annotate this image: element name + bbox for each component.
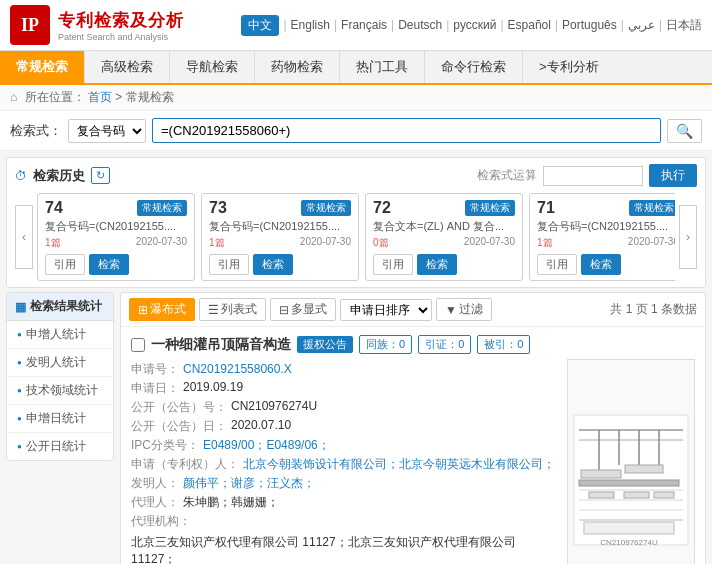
view-multi-btn[interactable]: ⊟ 多显式	[270, 298, 336, 321]
lang-ru[interactable]: русский	[453, 18, 496, 32]
sort-select[interactable]: 申请日排序 公开日排序	[340, 299, 432, 321]
applicant-row: 申请（专利权）人： 北京今朝装饰设计有限公司；北京今朝英远木业有限公司；	[131, 456, 559, 473]
applicant-value[interactable]: 北京今朝装饰设计有限公司；北京今朝英远木业有限公司；	[243, 456, 555, 473]
execute-btn[interactable]: 执行	[649, 164, 697, 187]
ipc-label: IPC分类号：	[131, 437, 199, 454]
logo: IP 专利检索及分析 Patent Search and Analysis	[10, 5, 184, 45]
results-panel: ⊞ 瀑布式 ☰ 列表式 ⊟ 多显式 申请日排序 公开日排序 ▼ 过滤 共 1 页…	[120, 292, 706, 564]
card-74-num: 74	[45, 199, 63, 217]
tab-hot-tools[interactable]: 热门工具	[340, 51, 425, 83]
lang-ja[interactable]: 日本語	[666, 17, 702, 34]
card-72-count: 0篇	[373, 236, 389, 250]
filter-icon: ▼	[445, 303, 457, 317]
card-73-search-btn[interactable]: 检索	[253, 254, 293, 275]
sidebar-item-pubdate[interactable]: ●公开日统计	[7, 433, 113, 460]
card-72-tag[interactable]: 常规检索	[465, 200, 515, 216]
sidebar-item-appdate[interactable]: ●申增日统计	[7, 405, 113, 433]
badge-cite[interactable]: 引证：0	[418, 335, 471, 354]
card-71-tag[interactable]: 常规检索	[629, 200, 675, 216]
applicant-label: 申请（专利权）人：	[131, 456, 239, 473]
lang-pt[interactable]: Português	[562, 18, 617, 32]
tab-regular-search[interactable]: 常规检索	[0, 51, 85, 83]
tab-nav-search[interactable]: 导航检索	[170, 51, 255, 83]
history-card-74: 74 常规检索 复合号码=(CN20192155.... 1篇 2020-07-…	[37, 193, 195, 281]
lang-zh[interactable]: 中文	[241, 15, 279, 36]
card-73-count: 1篇	[209, 236, 225, 250]
card-73-tag[interactable]: 常规检索	[301, 200, 351, 216]
svg-rect-16	[624, 492, 649, 498]
lang-fr[interactable]: Français	[341, 18, 387, 32]
view-list-btn[interactable]: ☰ 列表式	[199, 298, 266, 321]
breadcrumb-home[interactable]: 首页	[88, 90, 112, 104]
breadcrumb: ⌂ 所在位置： 首页 > 常规检索	[0, 85, 712, 111]
sidebar-item-applicant[interactable]: ●申增人统计	[7, 321, 113, 349]
agent-value: 朱坤鹏；韩姗姗；	[183, 494, 279, 511]
results-toolbar: ⊞ 瀑布式 ☰ 列表式 ⊟ 多显式 申请日排序 公开日排序 ▼ 过滤 共 1 页…	[120, 292, 706, 327]
formula-input[interactable]	[543, 166, 643, 186]
card-74-tag[interactable]: 常规检索	[137, 200, 187, 216]
history-refresh-icon[interactable]: ↻	[91, 167, 110, 184]
lang-es[interactable]: Español	[508, 18, 551, 32]
card-71-num: 71	[537, 199, 555, 217]
view-waterfall-btn[interactable]: ⊞ 瀑布式	[129, 298, 195, 321]
card-71-cite-btn[interactable]: 引用	[537, 254, 577, 275]
lang-de[interactable]: Deutsch	[398, 18, 442, 32]
sidebar-stats-section: ▦ 检索结果统计 ●申增人统计 ●发明人统计 ●技术领域统计 ●申增日统计 ●公…	[6, 292, 114, 461]
card-74-query: 复合号码=(CN20192155....	[45, 219, 187, 234]
app-no-value[interactable]: CN201921558060.X	[183, 362, 292, 376]
history-card-71: 71 常规检索 复合号码=(CN20192155.... 1篇 2020-07-…	[529, 193, 675, 281]
agency-label: 代理机构：	[131, 513, 191, 530]
search-type-select[interactable]: 复合号码 申请号 公开号 标题	[68, 119, 146, 143]
formula-label: 检索式运算	[477, 167, 537, 184]
tab-advanced-search[interactable]: 高级检索	[85, 51, 170, 83]
card-74-date: 2020-07-30	[136, 236, 187, 250]
ipc-row: IPC分类号： E0489/00；E0489/06；	[131, 437, 559, 454]
card-73-date: 2020-07-30	[300, 236, 351, 250]
history-prev-btn[interactable]: ‹	[15, 205, 33, 269]
tab-patent-analysis[interactable]: >专利分析	[523, 51, 615, 83]
patent-title: 一种细灌吊顶隔音构造	[151, 336, 291, 354]
history-next-btn[interactable]: ›	[679, 205, 697, 269]
lang-sep-3: |	[391, 18, 394, 32]
card-74-cite-btn[interactable]: 引用	[45, 254, 85, 275]
pub-no-value: CN210976274U	[231, 399, 317, 416]
logo-main-text: 专利检索及分析	[58, 9, 184, 32]
search-input[interactable]	[152, 118, 661, 143]
chart-icon: ▦	[15, 300, 26, 314]
badge-authorized[interactable]: 援权公告	[297, 336, 353, 353]
waterfall-icon: ⊞	[138, 303, 148, 317]
patent-checkbox[interactable]	[131, 338, 145, 352]
card-73-cite-btn[interactable]: 引用	[209, 254, 249, 275]
card-74-search-btn[interactable]: 检索	[89, 254, 129, 275]
sidebar-item-inventor[interactable]: ●发明人统计	[7, 349, 113, 377]
sidebar-item-tech[interactable]: ●技术领域统计	[7, 377, 113, 405]
patent-card: 一种细灌吊顶隔音构造 援权公告 同族：0 引证：0 被引：0 申请号： CN20…	[120, 327, 706, 564]
card-72-num: 72	[373, 199, 391, 217]
card-72-cite-btn[interactable]: 引用	[373, 254, 413, 275]
search-button[interactable]: 🔍	[667, 119, 702, 143]
results-count: 共 1 页 1 条数据	[610, 301, 697, 318]
card-72-search-btn[interactable]: 检索	[417, 254, 457, 275]
inventor-label: 发明人：	[131, 475, 179, 492]
lang-ar[interactable]: عربي	[628, 18, 655, 32]
lang-bar: 中文 | English | Français | Deutsch | русс…	[241, 15, 702, 36]
list-icon: ☰	[208, 303, 219, 317]
badge-cited[interactable]: 被引：0	[477, 335, 530, 354]
history-cards-row: ‹ 74 常规检索 复合号码=(CN20192155.... 1篇 2020-0…	[15, 193, 697, 281]
card-71-search-btn[interactable]: 检索	[581, 254, 621, 275]
pub-date-row: 公开（公告）日： 2020.07.10	[131, 418, 559, 435]
lang-en[interactable]: English	[291, 18, 330, 32]
svg-rect-15	[589, 492, 614, 498]
patent-body: 申请号： CN201921558060.X 申请日： 2019.09.19 公开…	[131, 359, 695, 564]
badge-family[interactable]: 同族：0	[359, 335, 412, 354]
inventor-value[interactable]: 颜伟平；谢彦；汪义杰；	[183, 475, 315, 492]
lang-sep-5: |	[500, 18, 503, 32]
card-73-query: 复合号码=(CN20192155....	[209, 219, 351, 234]
tab-drug-search[interactable]: 药物检索	[255, 51, 340, 83]
history-cards-container: 74 常规检索 复合号码=(CN20192155.... 1篇 2020-07-…	[37, 193, 675, 281]
nav-tabs: 常规检索 高级检索 导航检索 药物检索 热门工具 命令行检索 >专利分析	[0, 51, 712, 85]
lang-sep-2: |	[334, 18, 337, 32]
tab-cmd-search[interactable]: 命令行检索	[425, 51, 523, 83]
ipc-value[interactable]: E0489/00；E0489/06；	[203, 437, 330, 454]
filter-btn[interactable]: ▼ 过滤	[436, 298, 492, 321]
